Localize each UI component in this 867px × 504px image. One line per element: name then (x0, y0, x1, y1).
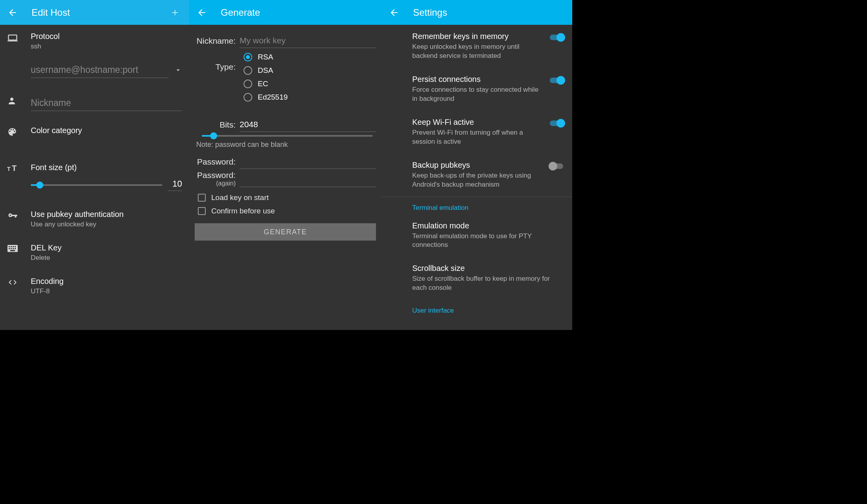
chevron-down-icon (174, 66, 182, 74)
password-note: Note: password can be blank (195, 137, 376, 151)
generate-pane: Generate Nickname: RSADSAECEd25519 Type:… (189, 0, 381, 330)
text-size-icon: TT (7, 163, 25, 173)
protocol-label: Protocol (31, 32, 182, 41)
font-slider[interactable] (31, 184, 162, 186)
del-sub: Delete (31, 254, 182, 262)
settings-pane: Settings Remember keys in memoryKeep unl… (381, 0, 572, 330)
bits-row: Bits: (195, 117, 376, 132)
setting-sub: Size of scrollback buffer to keep in mem… (412, 274, 557, 293)
keyboard-icon (7, 243, 25, 253)
radio-icon (244, 66, 252, 75)
plus-icon (170, 8, 180, 17)
nickname-input[interactable] (31, 95, 182, 111)
check-label: Load key on start (211, 193, 269, 202)
connection-row (0, 62, 189, 78)
settings-list: Remember keys in memoryKeep unlocked key… (381, 25, 572, 317)
check-label: Confirm before use (211, 207, 275, 215)
svg-rect-13 (15, 248, 16, 249)
svg-rect-7 (11, 246, 12, 247)
encoding-row[interactable]: Encoding UTF-8 (0, 270, 189, 295)
del-row[interactable]: DEL Key Delete (0, 236, 189, 262)
generate-form: Nickname: RSADSAECEd25519 Type: Bits: No… (189, 25, 381, 246)
generate-button[interactable]: GENERATE (195, 223, 376, 241)
bits-label: Bits: (195, 120, 240, 130)
toolbar: Generate (189, 0, 381, 25)
add-button[interactable] (168, 8, 182, 17)
edit-host-pane: Edit Host Protocol ssh (0, 0, 189, 330)
svg-rect-9 (15, 246, 16, 247)
toggle-switch[interactable] (549, 33, 564, 42)
key-icon (7, 210, 25, 222)
svg-rect-10 (9, 248, 10, 249)
setting-title: Backup pubkeys (412, 161, 541, 170)
nickname-label: Nickname: (195, 36, 240, 46)
svg-text:T: T (12, 164, 17, 172)
setting-row[interactable]: Keep Wi-Fi activePrevent Wi-Fi from turn… (381, 111, 572, 154)
pubkey-sub: Use any unlocked key (31, 220, 182, 228)
password-input[interactable] (240, 154, 376, 169)
setting-row[interactable]: Emulation modeTerminal emulation mode to… (381, 214, 572, 257)
bits-slider[interactable] (202, 135, 373, 137)
bits-input[interactable] (240, 117, 376, 132)
setting-sub: Force connections to stay connected whil… (412, 85, 541, 104)
section-header: User interface (381, 300, 572, 317)
setting-sub: Keep unlocked keys in memory until backe… (412, 43, 541, 61)
setting-sub: Terminal emulation mode to use for PTY c… (412, 232, 557, 250)
person-icon (7, 95, 25, 106)
arrow-left-icon (389, 7, 399, 18)
password2-label: Password: (195, 170, 236, 180)
toggle-switch[interactable] (549, 119, 564, 128)
font-value: 10 (168, 179, 182, 191)
svg-point-2 (10, 98, 13, 101)
toolbar-title: Edit Host (32, 7, 168, 18)
setting-sub: Keep back-ups of the private keys using … (412, 171, 541, 189)
setting-title: Persist connections (412, 75, 541, 84)
radio-icon (244, 53, 252, 61)
confirm-before-use-checkbox[interactable]: Confirm before use (195, 204, 376, 218)
nickname-input[interactable] (240, 33, 376, 48)
pubkey-row[interactable]: Use pubkey authentication Use any unlock… (0, 203, 189, 228)
toolbar: Edit Host (0, 0, 189, 25)
protocol-value: ssh (31, 43, 182, 50)
nickname-row: Nickname: (195, 33, 376, 48)
svg-rect-11 (11, 248, 12, 249)
color-row[interactable]: Color category (0, 119, 189, 137)
host-form: Protocol ssh Color category (0, 25, 189, 295)
del-label: DEL Key (31, 243, 182, 252)
password-row: Password: (195, 154, 376, 169)
protocol-row[interactable]: Protocol ssh (0, 25, 189, 50)
svg-rect-6 (9, 246, 10, 247)
toggle-switch[interactable] (549, 161, 564, 171)
setting-row[interactable]: Scrollback sizeSize of scrollback buffer… (381, 257, 572, 300)
back-button[interactable] (7, 7, 18, 18)
font-slider-row: 10 (0, 173, 189, 191)
radio-label: Ed25519 (258, 93, 288, 102)
laptop-icon (7, 32, 25, 44)
radio-label: DSA (258, 66, 273, 75)
setting-row[interactable]: Persist connectionsForce connections to … (381, 68, 572, 111)
toolbar: Settings (381, 0, 572, 25)
setting-title: Keep Wi-Fi active (412, 118, 541, 127)
setting-title: Remember keys in memory (412, 32, 541, 41)
encoding-label: Encoding (31, 277, 182, 286)
setting-row[interactable]: Backup pubkeysKeep back-ups of the priva… (381, 154, 572, 197)
color-label: Color category (31, 126, 182, 135)
svg-rect-12 (13, 248, 14, 249)
password2-row: Password: (again) (195, 170, 376, 187)
password-label: Password: (195, 157, 240, 167)
encoding-sub: UTF-8 (31, 287, 182, 295)
back-button[interactable] (196, 7, 207, 18)
svg-text:T: T (7, 166, 11, 172)
password2-input[interactable] (240, 172, 376, 187)
setting-row[interactable]: Remember keys in memoryKeep unlocked key… (381, 25, 572, 68)
load-on-start-checkbox[interactable]: Load key on start (195, 191, 376, 204)
radio-rsa[interactable]: RSA (244, 50, 376, 64)
back-button[interactable] (389, 7, 400, 18)
bits-slider-row (195, 132, 376, 137)
toggle-switch[interactable] (549, 76, 564, 85)
connection-input[interactable] (31, 62, 169, 78)
svg-rect-1 (7, 41, 18, 41)
checkbox-icon (198, 194, 206, 202)
radio-icon (244, 93, 252, 102)
expand-button[interactable] (174, 66, 182, 74)
